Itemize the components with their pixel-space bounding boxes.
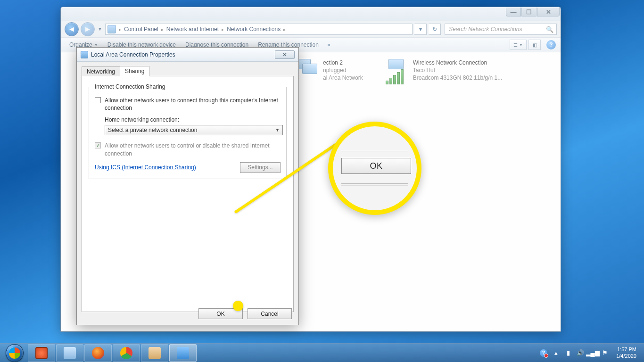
tab-networking[interactable]: Networking — [82, 66, 120, 76]
allow-control-label: Allow other network users to control or … — [105, 142, 281, 157]
network-tray-icon[interactable]: ▂▄▆ — [589, 349, 596, 357]
taskbar-item-network[interactable] — [169, 344, 197, 362]
group-title: Internet Connection Sharing — [93, 83, 167, 90]
allow-control-checkbox — [95, 142, 101, 148]
windows-orb-icon — [6, 344, 24, 362]
notepad-icon — [64, 347, 76, 359]
paint-icon — [149, 347, 161, 359]
show-hidden-icon[interactable]: ▴ — [552, 349, 560, 357]
properties-dialog: Local Area Connection Properties ✕ Netwo… — [76, 47, 299, 325]
taskbar-item-snipping[interactable] — [28, 344, 55, 362]
dialog-body: Networking Sharing Internet Connection S… — [77, 62, 298, 316]
battery-icon[interactable]: ▮ — [564, 349, 572, 357]
allow-connect-label: Allow other network users to connect thr… — [105, 97, 281, 112]
dialog-icon — [81, 51, 88, 58]
taskbar-item-paint[interactable] — [141, 344, 168, 362]
tab-sharing[interactable]: Sharing — [120, 66, 149, 76]
flag-icon[interactable]: ⚑ — [601, 349, 609, 357]
action-center-icon[interactable]: ? — [540, 349, 547, 357]
volume-icon[interactable]: 🔊 — [577, 349, 584, 357]
dialog-close-button[interactable]: ✕ — [275, 50, 295, 59]
home-connection-combo[interactable]: Select a private network connection ▼ — [105, 125, 283, 135]
taskbar-item-chrome[interactable] — [113, 344, 140, 362]
ics-group: Internet Connection Sharing Allow other … — [89, 87, 287, 179]
chrome-icon — [120, 347, 132, 359]
combo-text: Select a private network connection — [108, 127, 197, 133]
ics-help-link[interactable]: Using ICS (Internet Connection Sharing) — [95, 164, 196, 171]
taskbar-item-firefox[interactable] — [84, 344, 112, 362]
dialog-footer: OK Cancel — [198, 308, 292, 319]
firefox-icon — [92, 347, 104, 359]
tab-strip: Networking Sharing — [82, 66, 294, 76]
dialog-title: Local Area Connection Properties — [91, 51, 175, 58]
callout-anchor — [233, 301, 243, 311]
cancel-button[interactable]: Cancel — [248, 308, 292, 319]
callout-ok-button: OK — [341, 158, 411, 174]
settings-button[interactable]: Settings... — [240, 162, 281, 173]
taskbar-item-notepad[interactable] — [56, 344, 83, 362]
clock[interactable]: 1:57 PM 1/4/2020 — [613, 346, 639, 359]
allow-connect-row[interactable]: Allow other network users to connect thr… — [95, 97, 281, 112]
taskbar[interactable]: ? ▴ ▮ 🔊 ▂▄▆ ⚑ 1:57 PM 1/4/2020 — [0, 343, 644, 362]
allow-control-row: Allow other network users to control or … — [95, 142, 281, 157]
clock-date: 1/4/2020 — [616, 353, 636, 359]
start-button[interactable] — [2, 344, 27, 362]
network-center-icon — [177, 347, 189, 359]
callout-magnifier: OK — [328, 122, 421, 215]
home-connection-label: Home networking connection: — [105, 116, 281, 123]
dialog-titlebar[interactable]: Local Area Connection Properties ✕ — [77, 48, 298, 62]
snipping-tool-icon — [35, 347, 48, 359]
allow-connect-checkbox[interactable] — [95, 97, 101, 103]
clock-time: 1:57 PM — [616, 346, 636, 353]
system-tray: ? ▴ ▮ 🔊 ▂▄▆ ⚑ 1:57 PM 1/4/2020 — [540, 346, 642, 359]
chevron-down-icon: ▼ — [275, 128, 280, 132]
